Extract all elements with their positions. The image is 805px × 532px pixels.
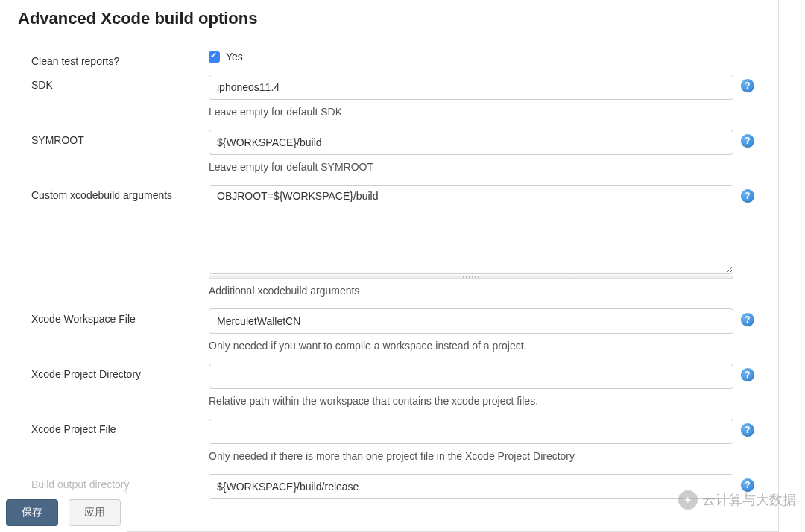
field-symroot: ? Leave empty for default SYMROOT (209, 130, 763, 185)
label-project-dir: Xcode Project Directory (18, 364, 209, 384)
help-sdk: Leave empty for default SDK (209, 106, 733, 118)
help-project-file: Only needed if there is more than one pr… (209, 450, 733, 462)
help-icon[interactable]: ? (741, 368, 754, 381)
help-icon[interactable]: ? (741, 79, 754, 92)
help-custom-args: Additional xcodebuild arguments (209, 285, 733, 297)
field-workspace-file: ? Only needed if you want to compile a w… (209, 308, 763, 364)
row-clean-reports: Clean test reports? Yes (18, 51, 763, 75)
help-project-dir: Relative path within the workspace that … (209, 395, 733, 407)
field-project-file: ? Only needed if there is more than one … (209, 419, 763, 474)
label-workspace-file: Xcode Workspace File (18, 308, 209, 329)
help-workspace-file: Only needed if you want to compile a wor… (209, 340, 733, 352)
field-project-dir: ? Relative path within the workspace tha… (209, 364, 763, 419)
input-project-dir[interactable] (209, 364, 733, 389)
row-project-dir: Xcode Project Directory ? Relative path … (18, 364, 763, 419)
row-sdk: SDK ? Leave empty for default SDK (18, 75, 763, 130)
row-symroot: SYMROOT ? Leave empty for default SYMROO… (18, 130, 763, 185)
help-symroot: Leave empty for default SYMROOT (209, 161, 733, 173)
scrollbar-track[interactable] (792, 0, 805, 532)
label-custom-args: Custom xcodebuild arguments (18, 185, 209, 206)
input-workspace-file[interactable] (209, 308, 733, 334)
help-icon[interactable]: ? (741, 313, 754, 326)
textarea-resize-handle[interactable] (209, 275, 733, 279)
label-symroot: SYMROOT (18, 130, 209, 151)
form-container: Advanced Xcode build options Clean test … (0, 0, 779, 532)
field-clean-reports: Yes (209, 51, 763, 75)
help-icon[interactable]: ? (741, 134, 754, 148)
row-workspace-file: Xcode Workspace File ? Only needed if yo… (18, 308, 763, 364)
field-build-output: ? (209, 474, 763, 511)
label-clean-reports: Clean test reports? (18, 51, 209, 72)
save-button[interactable]: 保存 (6, 499, 58, 526)
row-build-output: Build output directory ? (18, 474, 763, 511)
bottom-button-bar: 保存 应用 (0, 490, 127, 532)
checkbox-clean-reports[interactable] (209, 51, 220, 63)
help-icon[interactable]: ? (741, 478, 754, 492)
checkbox-label-clean-reports: Yes (226, 51, 243, 63)
input-symroot[interactable] (209, 130, 733, 155)
help-icon[interactable]: ? (741, 423, 754, 437)
field-sdk: ? Leave empty for default SDK (209, 75, 763, 130)
row-project-file: Xcode Project File ? Only needed if ther… (18, 419, 763, 474)
apply-button[interactable]: 应用 (69, 499, 121, 526)
help-icon[interactable]: ? (741, 189, 754, 203)
row-custom-args: Custom xcodebuild arguments ? Additional… (18, 185, 763, 308)
section-title: Advanced Xcode build options (18, 9, 763, 28)
label-project-file: Xcode Project File (18, 419, 209, 440)
textarea-custom-args[interactable] (209, 185, 733, 274)
label-sdk: SDK (18, 75, 209, 95)
field-custom-args: ? Additional xcodebuild arguments (209, 185, 763, 308)
input-build-output[interactable] (209, 474, 733, 499)
input-project-file[interactable] (209, 419, 733, 444)
input-sdk[interactable] (209, 75, 733, 100)
